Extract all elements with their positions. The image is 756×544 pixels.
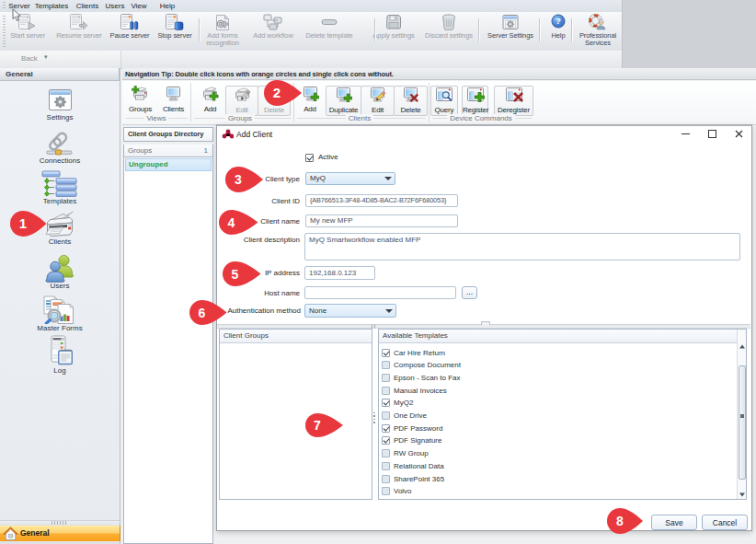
svg-text:5: 5 (231, 266, 238, 281)
svg-text:2: 2 (273, 85, 281, 100)
svg-text:8: 8 (616, 514, 624, 528)
svg-text:4: 4 (227, 214, 235, 229)
svg-text:6: 6 (198, 305, 205, 319)
svg-text:3: 3 (235, 172, 242, 187)
svg-text:7: 7 (314, 418, 321, 433)
svg-text:?: ? (556, 16, 561, 26)
svg-text:1: 1 (18, 215, 26, 231)
